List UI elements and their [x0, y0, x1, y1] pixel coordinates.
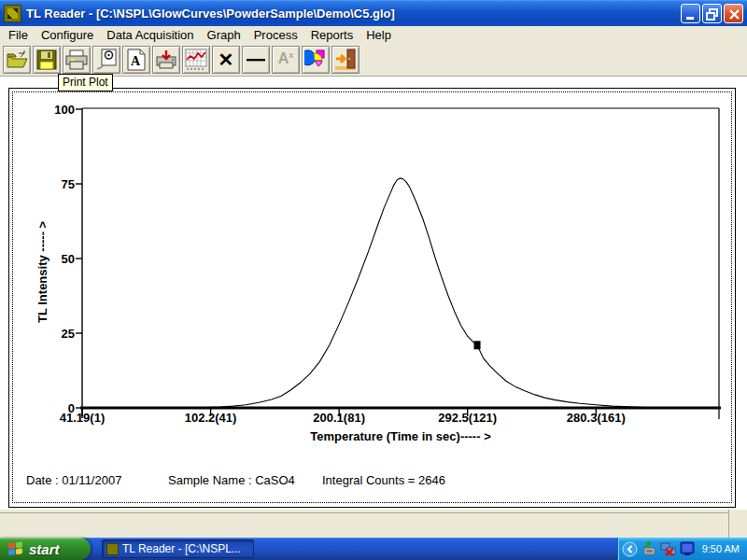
exit-button[interactable] [331, 46, 359, 74]
save-button[interactable] [33, 46, 61, 74]
svg-text:A: A [131, 54, 141, 68]
menu-item-data-acquisition[interactable]: Data Acquisition [100, 27, 200, 43]
graph-button[interactable] [182, 46, 210, 74]
restore-button[interactable] [702, 4, 722, 23]
system-tray: 9:50 AM [617, 538, 747, 560]
status-divider [0, 512, 728, 513]
preview-plot-icon [96, 49, 117, 71]
clock: 9:50 AM [702, 543, 740, 554]
open-file-button[interactable] [3, 46, 31, 74]
print-graph-button[interactable] [152, 46, 180, 74]
menu-item-configure[interactable]: Configure [35, 27, 100, 43]
taskbar-task-button[interactable]: TL Reader - [C:\NSPL... [102, 539, 254, 558]
collapse-chevron-icon[interactable] [622, 541, 638, 557]
title-bar: TL Reader - [C:\NSPL\GlowCurves\PowderSa… [0, 0, 747, 26]
printer-download-icon [155, 49, 177, 70]
status-grip-divider [728, 510, 729, 539]
task-app-icon [106, 543, 119, 555]
printer-icon [65, 49, 88, 70]
font-disabled-icon: Ax [278, 51, 294, 66]
restore-icon [706, 7, 720, 21]
print-plot-button[interactable] [63, 46, 91, 74]
delete-x-icon: ✕ [218, 50, 234, 69]
pie-chart-icon [304, 49, 327, 71]
display-icon[interactable] [680, 541, 695, 556]
font-disabled-button: Ax [272, 46, 300, 74]
save-floppy-icon [36, 49, 57, 70]
taskbar: start TL Reader - [C:\NSPL... 9:50 [0, 538, 747, 560]
safely-remove-hardware-icon[interactable] [641, 541, 656, 556]
minimize-button[interactable] [681, 4, 700, 23]
menu-item-reports[interactable]: Reports [304, 27, 360, 43]
tooltip: Print Plot [58, 74, 113, 91]
integral-counts-text: Integral Counts = 2646 [322, 473, 445, 487]
task-label: TL Reader - [C:\NSPL... [122, 542, 241, 555]
window-title: TL Reader - [C:\NSPL\GlowCurves\PowderSa… [26, 7, 679, 21]
app-icon [4, 5, 21, 22]
desktop: TL Reader - [C:\NSPL\GlowCurves\PowderSa… [0, 0, 747, 560]
open-folder-icon [6, 49, 28, 70]
close-icon [727, 7, 741, 21]
chart-panel: Temperature (Time in sec)----- > TL Inte… [0, 77, 747, 509]
toolbar: A ✕ Ax [0, 43, 747, 77]
menu-item-process[interactable]: Process [247, 27, 304, 43]
font-button[interactable]: A [122, 46, 150, 74]
menu-item-graph[interactable]: Graph [201, 27, 247, 43]
menu-bar: FileConfigureData AcquisitionGraphProces… [0, 26, 747, 43]
graph-icon [185, 49, 207, 71]
line-style-button[interactable] [242, 46, 270, 74]
delete-button[interactable]: ✕ [212, 46, 240, 74]
close-button[interactable] [724, 4, 743, 23]
minimize-icon [684, 7, 698, 21]
windows-flag-icon [7, 541, 23, 556]
start-button[interactable]: start [0, 538, 91, 560]
font-page-icon: A [127, 49, 146, 71]
status-strip [0, 509, 747, 538]
sample-name-text: Sample Name : CaSO4 [168, 473, 295, 487]
panel-focus-border [12, 91, 732, 503]
preview-plot-button[interactable] [92, 46, 120, 74]
network-disconnected-icon[interactable] [660, 541, 676, 556]
exit-door-icon [334, 49, 357, 71]
date-text: Date : 01/11/2007 [26, 473, 121, 487]
start-label: start [29, 541, 60, 557]
menu-item-help[interactable]: Help [359, 27, 398, 43]
menu-item-file[interactable]: File [2, 27, 35, 43]
line-icon [246, 57, 266, 63]
pie-chart-button[interactable] [302, 46, 330, 74]
